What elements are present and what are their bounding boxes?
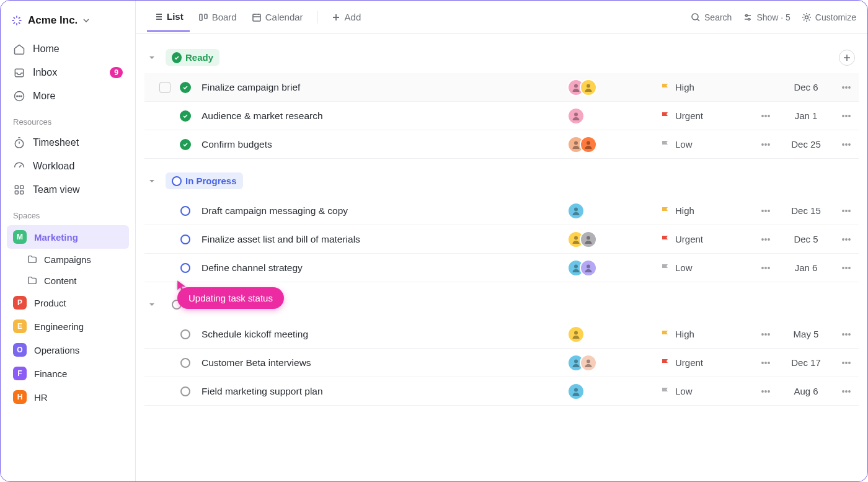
avatar[interactable]	[580, 259, 597, 277]
task-more-menu[interactable]	[834, 206, 859, 216]
task-assignees[interactable]	[567, 79, 660, 96]
task-due-date[interactable]: Jan 1	[778, 110, 834, 121]
task-status-toggle[interactable]	[179, 81, 192, 94]
task-row[interactable]: Field marketing support plan Low Aug 6	[144, 377, 859, 406]
task-due-date[interactable]: Dec 25	[778, 139, 834, 150]
task-assignees[interactable]	[567, 136, 660, 153]
task-row[interactable]: Finalize campaign brief High Dec 6	[144, 73, 859, 102]
group-toggle[interactable]	[144, 50, 159, 65]
add-task-button[interactable]	[839, 50, 855, 66]
task-priority[interactable]: Low	[660, 262, 753, 273]
task-subtask-indicator[interactable]	[753, 263, 778, 273]
nav-home[interactable]: Home	[7, 38, 129, 60]
task-row[interactable]: Customer Beta interviews Urgent Dec 17	[144, 349, 859, 377]
task-subtask-indicator[interactable]	[753, 358, 778, 368]
task-priority[interactable]: Low	[660, 139, 753, 150]
avatar[interactable]	[567, 326, 585, 343]
nav-inbox[interactable]: Inbox 9	[7, 61, 129, 84]
task-assignees[interactable]	[567, 383, 660, 400]
task-more-menu[interactable]	[834, 358, 859, 368]
group-toggle[interactable]	[144, 174, 159, 189]
task-subtask-indicator[interactable]	[753, 329, 778, 339]
group-toggle[interactable]	[144, 297, 159, 312]
view-list[interactable]: List	[147, 2, 190, 32]
task-priority[interactable]: High	[660, 205, 753, 216]
group-status-pill[interactable]: Ready	[166, 49, 219, 66]
task-status-toggle[interactable]	[179, 262, 192, 274]
avatar[interactable]	[567, 107, 585, 125]
task-assignees[interactable]	[567, 326, 660, 343]
task-more-menu[interactable]	[834, 263, 859, 273]
task-subtask-indicator[interactable]	[753, 111, 778, 121]
task-due-date[interactable]: Dec 6	[778, 82, 834, 92]
task-checkbox[interactable]	[159, 82, 170, 93]
task-priority[interactable]: High	[660, 82, 753, 92]
task-due-date[interactable]: May 5	[778, 329, 834, 339]
task-status-toggle[interactable]	[179, 233, 192, 246]
avatar[interactable]	[580, 354, 597, 372]
task-status-toggle[interactable]	[179, 328, 192, 341]
task-priority[interactable]: Urgent	[660, 110, 753, 121]
resource-workload[interactable]: Workload	[7, 155, 129, 177]
task-assignees[interactable]	[567, 354, 660, 372]
view-calendar[interactable]: Calendar	[246, 8, 309, 26]
view-board[interactable]: Board	[192, 8, 243, 26]
task-priority[interactable]: Urgent	[660, 357, 753, 368]
space-marketing[interactable]: M Marketing	[7, 225, 129, 249]
task-due-date[interactable]: Dec 5	[778, 234, 834, 244]
task-status-toggle[interactable]	[179, 110, 192, 122]
space-product[interactable]: P Product	[7, 291, 129, 315]
tool-search[interactable]: Search	[691, 12, 732, 22]
task-more-menu[interactable]	[834, 386, 859, 396]
task-priority[interactable]: High	[660, 329, 753, 339]
task-due-date[interactable]: Jan 6	[778, 262, 834, 273]
task-row[interactable]: Draft campaign messaging & copy High Dec…	[144, 197, 859, 225]
space-folder-campaigns[interactable]: Campaigns	[7, 249, 129, 270]
avatar[interactable]	[580, 79, 597, 96]
task-status-toggle[interactable]	[179, 357, 192, 369]
task-more-menu[interactable]	[834, 234, 859, 244]
workspace-switcher[interactable]: Acme Inc.	[7, 9, 129, 37]
task-assignees[interactable]	[567, 259, 660, 277]
space-engineering[interactable]: E Engineering	[7, 315, 129, 338]
task-subtask-indicator[interactable]	[753, 140, 778, 150]
task-row[interactable]: Schedule kickoff meeting High May 5	[144, 320, 859, 349]
task-status-toggle[interactable]	[179, 138, 192, 151]
task-row[interactable]: Define channel strategy Low Jan 6	[144, 254, 859, 282]
task-priority[interactable]: Low	[660, 386, 753, 396]
resource-timesheet[interactable]: Timesheet	[7, 132, 129, 154]
task-subtask-indicator[interactable]	[753, 386, 778, 396]
task-more-menu[interactable]	[834, 140, 859, 150]
task-subtask-indicator[interactable]	[753, 206, 778, 216]
task-more-menu[interactable]	[834, 329, 859, 339]
task-due-date[interactable]: Aug 6	[778, 386, 834, 396]
task-more-menu[interactable]	[834, 111, 859, 121]
space-operations[interactable]: O Operations	[7, 338, 129, 362]
task-subtask-indicator[interactable]	[753, 234, 778, 244]
task-assignees[interactable]	[567, 202, 660, 220]
task-assignees[interactable]	[567, 107, 660, 125]
avatar[interactable]	[567, 202, 585, 220]
group-status-pill[interactable]: In Progress	[166, 172, 243, 189]
space-folder-content[interactable]: Content	[7, 270, 129, 291]
space-hr[interactable]: H HR	[7, 385, 129, 409]
task-row[interactable]: Finalize asset list and bill of material…	[144, 225, 859, 254]
avatar[interactable]	[580, 231, 597, 248]
avatar[interactable]	[580, 136, 597, 153]
task-status-toggle[interactable]	[179, 205, 192, 217]
task-status-toggle[interactable]	[179, 385, 192, 398]
tool-customize[interactable]: Customize	[802, 12, 856, 22]
task-due-date[interactable]: Dec 15	[778, 205, 834, 216]
avatar[interactable]	[567, 383, 585, 400]
task-more-menu[interactable]	[834, 83, 859, 92]
resource-teamview[interactable]: Team view	[7, 179, 129, 201]
space-finance[interactable]: F Finance	[7, 362, 129, 385]
view-add[interactable]: Add	[325, 8, 368, 26]
task-assignees[interactable]	[567, 231, 660, 248]
task-row[interactable]: Audience & market research Urgent Jan 1	[144, 102, 859, 130]
task-due-date[interactable]: Dec 17	[778, 357, 834, 368]
tool-show[interactable]: Show · 5	[743, 12, 790, 22]
task-row[interactable]: Confirm budgets Low Dec 25	[144, 130, 859, 159]
task-priority[interactable]: Urgent	[660, 234, 753, 244]
nav-more[interactable]: More	[7, 85, 129, 107]
